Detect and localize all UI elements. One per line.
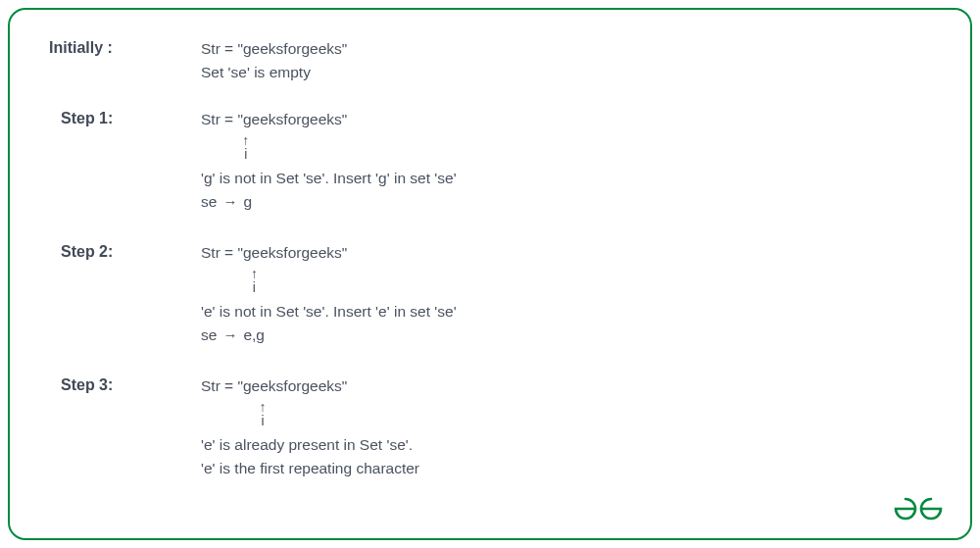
- right-arrow-icon-2: →: [222, 324, 237, 346]
- str-suffix-1: ": [342, 111, 348, 127]
- explain-3a: 'e' is already present in Set 'se'.: [201, 433, 931, 457]
- str-line-2: Str = "geeksforgeeks": [201, 241, 347, 265]
- pointer-3: ↑ i: [260, 400, 267, 427]
- set-line-2: se → e,g: [201, 324, 931, 347]
- set-contents-2: e,g: [243, 324, 265, 347]
- initially-line-0: Str = "geeksforgeeks": [201, 37, 931, 61]
- geeksforgeeks-logo-icon: [892, 495, 945, 523]
- pointer-arrow-icon-3: ↑: [260, 400, 267, 414]
- set-line-1: se → g: [201, 190, 931, 214]
- str-prefix-3: Str = ": [201, 377, 243, 394]
- content-initially: Str = "geeksforgeeks" Set 'se' is empty: [201, 37, 931, 84]
- set-name-2: se: [201, 324, 217, 347]
- explain-3b: 'e' is the first repeating character: [201, 457, 931, 480]
- pointer-arrow-icon-1: ↑: [242, 133, 249, 147]
- diagram-frame: Initially : Str = "geeksforgeeks" Set 's…: [8, 8, 972, 540]
- label-step-2: Step 2:: [49, 241, 201, 261]
- explain-2: 'e' is not in Set 'se'. Insert 'e' in se…: [201, 300, 931, 324]
- content-step-3: Str = "geeksforgeeks" ↑ i 'e' is already…: [201, 374, 931, 480]
- str-value-2: geeksforgeeks: [243, 244, 342, 261]
- pointer-2: ↑ i: [251, 267, 258, 294]
- row-initially: Initially : Str = "geeksforgeeks" Set 's…: [49, 37, 931, 84]
- pointer-label-1: i: [244, 147, 247, 161]
- pointer-wrap-1: ↑ i: [201, 133, 931, 165]
- content-step-2: Str = "geeksforgeeks" ↑ i 'e' is not in …: [201, 241, 931, 347]
- explain-1: 'g' is not in Set 'se'. Insert 'g' in se…: [201, 167, 931, 190]
- label-step-3: Step 3:: [49, 374, 201, 394]
- pointer-wrap-3: ↑ i: [201, 400, 931, 431]
- pointer-label-3: i: [261, 414, 264, 427]
- pointer-arrow-icon-2: ↑: [251, 267, 258, 280]
- content-step-1: Str = "geeksforgeeks" ↑ i 'g' is not in …: [201, 108, 931, 214]
- initially-line-1: Set 'se' is empty: [201, 61, 931, 84]
- label-initially: Initially :: [49, 37, 201, 57]
- str-prefix-1: Str = ": [201, 111, 243, 127]
- str-line-3: Str = "geeksforgeeks": [201, 374, 347, 398]
- str-suffix-3: ": [342, 377, 348, 394]
- str-prefix-2: Str = ": [201, 244, 243, 261]
- set-name-1: se: [201, 190, 217, 214]
- right-arrow-icon-1: →: [222, 190, 237, 213]
- pointer-1: ↑ i: [242, 133, 249, 161]
- str-value-3: geeksforgeeks: [243, 377, 342, 394]
- set-contents-1: g: [243, 190, 252, 214]
- pointer-wrap-2: ↑ i: [201, 267, 931, 298]
- label-step-1: Step 1:: [49, 108, 201, 127]
- str-line-1: Str = "geeksforgeeks": [201, 108, 347, 131]
- row-step-1: Step 1: Str = "geeksforgeeks" ↑ i 'g' is…: [49, 108, 931, 214]
- row-step-2: Step 2: Str = "geeksforgeeks" ↑ i 'e' is…: [49, 241, 931, 347]
- str-value-1: geeksforgeeks: [243, 111, 342, 127]
- str-suffix-2: ": [342, 244, 348, 261]
- pointer-label-2: i: [253, 280, 256, 294]
- row-step-3: Step 3: Str = "geeksforgeeks" ↑ i 'e' is…: [49, 374, 931, 480]
